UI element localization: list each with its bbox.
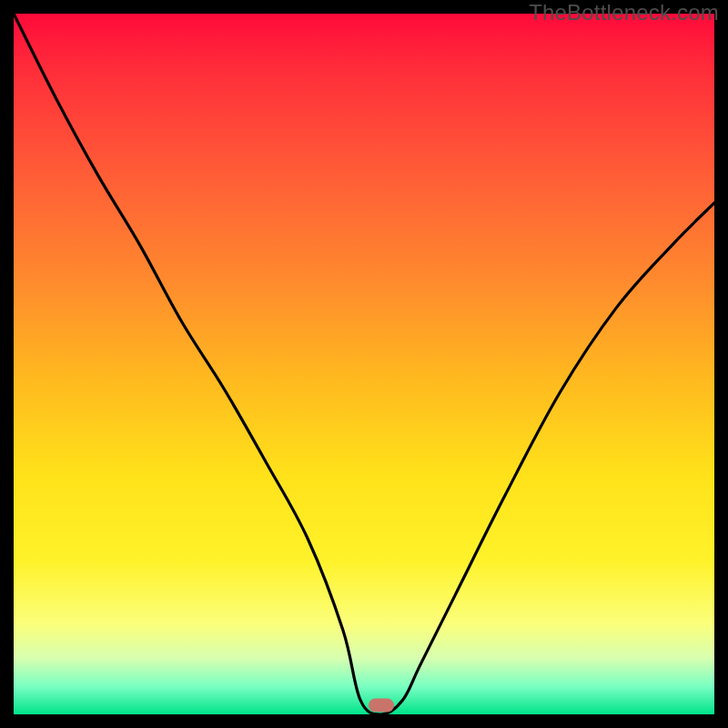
bottleneck-curve — [14, 14, 714, 714]
optimal-point-marker — [369, 698, 394, 712]
chart-plot-area — [14, 14, 714, 714]
chart-frame: TheBottleneck.com — [0, 0, 728, 728]
watermark-text: TheBottleneck.com — [529, 0, 719, 25]
